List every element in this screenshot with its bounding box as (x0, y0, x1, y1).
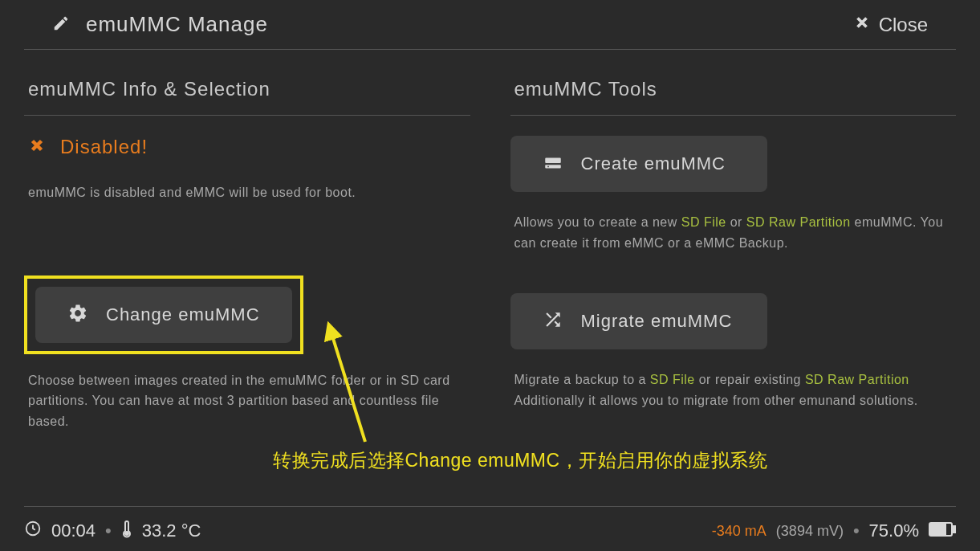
pencil-icon (52, 14, 70, 35)
annotation-text: 转换完成后选择Change emuMMC，开始启用你的虚拟系统 (273, 448, 767, 473)
battery-value: 75.0% (869, 520, 919, 541)
status-description: emuMMC is disabled and eMMC will be used… (24, 182, 470, 203)
change-emummc-button[interactable]: Change emuMMC (35, 287, 292, 343)
svg-rect-8 (953, 526, 955, 533)
create-button-label: Create emuMMC (581, 153, 726, 174)
svg-rect-1 (545, 165, 561, 168)
gear-icon (67, 303, 88, 327)
close-label: Close (879, 14, 928, 36)
current-value: -340 mA (712, 523, 767, 540)
header-left: emuMMC Manage (52, 12, 268, 37)
header: emuMMC Manage Close (24, 0, 956, 50)
footer-right: -340 mA (3894 mV) • 75.0% (712, 520, 956, 541)
main-content: emuMMC Info & Selection Disabled! emuMMC… (0, 50, 980, 451)
migrate-description: Migrate a backup to a SD File or repair … (510, 369, 957, 410)
shuffle-icon (543, 309, 563, 333)
migrate-emummc-button[interactable]: Migrate emuMMC (510, 293, 767, 349)
create-description: Allows you to create a new SD File or SD… (510, 212, 957, 253)
separator-dot-2: • (853, 520, 860, 541)
close-button[interactable]: Close (853, 14, 928, 36)
status-row: Disabled! (24, 136, 470, 158)
drive-icon (543, 152, 563, 176)
status-text: Disabled! (60, 136, 148, 158)
migrate-sd-file-link: SD File (650, 373, 695, 386)
change-button-label: Change emuMMC (106, 304, 260, 325)
cross-icon (28, 137, 46, 157)
temp-value: 33.2 °C (142, 520, 201, 541)
migrate-desc-pre: Migrate a backup to a (514, 373, 650, 386)
svg-rect-0 (545, 158, 561, 164)
create-tool-block: Create emuMMC Allows you to create a new… (510, 136, 957, 253)
svg-point-6 (125, 532, 128, 535)
change-description: Choose between images created in the emu… (24, 370, 470, 432)
time-value: 00:04 (51, 520, 96, 541)
info-column: emuMMC Info & Selection Disabled! emuMMC… (24, 78, 470, 451)
create-emummc-button[interactable]: Create emuMMC (510, 136, 767, 192)
thermometer-icon (121, 519, 132, 543)
create-desc-pre: Allows you to create a new (514, 215, 681, 229)
page-title: emuMMC Manage (86, 12, 268, 37)
clock-icon (24, 520, 42, 542)
tools-column: emuMMC Tools Create emuMMC Allows you to… (510, 78, 957, 451)
migrate-tool-block: Migrate emuMMC Migrate a backup to a SD … (510, 293, 957, 410)
voltage-value: (3894 mV) (776, 523, 844, 540)
migrate-sd-raw-link: SD Raw Partition (805, 373, 909, 386)
separator-dot: • (105, 520, 112, 541)
close-icon (853, 14, 871, 36)
sd-file-link: SD File (681, 215, 726, 229)
create-desc-mid: or (726, 215, 746, 229)
tools-section-title: emuMMC Tools (510, 78, 957, 116)
battery-icon (929, 520, 956, 541)
migrate-desc-post: Additionally it allows you to migrate fr… (514, 394, 918, 407)
svg-point-2 (547, 166, 549, 168)
svg-rect-9 (931, 524, 945, 534)
info-section-title: emuMMC Info & Selection (24, 78, 470, 116)
footer: 00:04 • 33.2 °C -340 mA (3894 mV) • 75.0… (24, 506, 956, 543)
sd-raw-partition-link: SD Raw Partition (746, 215, 851, 229)
footer-left: 00:04 • 33.2 °C (24, 519, 201, 543)
highlight-box: Change emuMMC (24, 276, 303, 354)
migrate-button-label: Migrate emuMMC (581, 311, 733, 332)
migrate-desc-mid: or repair existing (695, 373, 805, 386)
